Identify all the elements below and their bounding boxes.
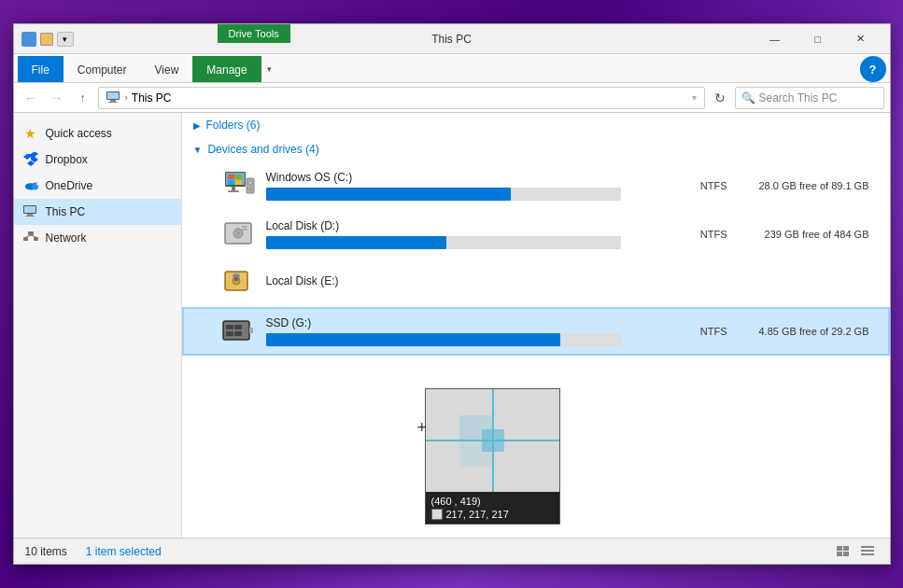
main-panel: ▶ Folders (6) ▼ Devices and drives (4) [182,113,890,538]
drive-info-g: SSD (G:) [266,316,660,346]
devices-chevron: ▼ [193,145,203,155]
file-explorer-window: ▾ Drive Tools This PC — □ ✕ File Compute… [13,23,891,565]
refresh-button[interactable]: ↻ [709,87,731,109]
svg-rect-4 [107,92,119,99]
tab-file[interactable]: File [18,56,63,82]
svg-rect-41 [224,322,248,339]
quick-access-icon: ★ [23,126,38,141]
rgb-swatch [431,509,443,520]
ribbon-dropdown-arrow[interactable]: ▾ [261,56,278,82]
svg-rect-21 [235,175,242,179]
window-title: This PC [431,33,472,46]
svg-rect-22 [228,180,234,185]
drive-item-c[interactable]: Windows OS (C:) NTFS 28.0 GB free of 89.… [182,161,890,210]
svg-rect-50 [843,552,849,556]
svg-rect-10 [24,206,35,213]
network-icon [23,231,38,245]
save-icon [40,33,53,46]
drive-icon-c [221,169,255,203]
svg-rect-26 [247,178,254,193]
ribbon-tabs: File Computer View Manage ▾ ? [14,54,890,82]
search-placeholder: Search This PC [759,91,838,105]
close-button[interactable]: ✕ [840,24,882,54]
sidebar-label-onedrive: OneDrive [46,179,93,192]
drive-space-g: 4.85 GB free of 29.2 GB [739,326,869,337]
address-path-box[interactable]: › This PC ▾ [98,87,705,109]
selected-count: 1 item selected [86,545,162,558]
forward-button[interactable]: → [46,87,68,109]
view-detail-button[interactable] [856,542,879,561]
maximize-button[interactable]: □ [797,24,840,54]
svg-rect-51 [861,546,874,548]
sidebar-item-quick-access[interactable]: ★ Quick access [14,120,181,147]
svg-rect-28 [247,189,253,189]
drive-bar-c [266,188,621,201]
preview-info: (460 , 419) 217, 217, 217 [426,492,559,524]
sidebar-label-network: Network [46,231,87,245]
sidebar-item-onedrive[interactable]: OneDrive [14,173,181,199]
back-button[interactable]: ← [20,87,42,109]
svg-rect-47 [837,546,842,551]
drive-bar-fill-c [266,188,511,201]
path-pc-icon [106,91,121,105]
svg-rect-24 [232,187,235,190]
tab-view[interactable]: View [141,56,193,82]
sidebar-label-quick-access: Quick access [46,127,112,140]
search-icon: 🔍 [741,91,755,105]
view-list-button[interactable] [832,542,854,561]
tab-computer[interactable]: Computer [63,56,141,82]
svg-rect-46 [249,328,253,333]
svg-rect-34 [242,229,247,231]
path-dropdown-arrow[interactable]: ▾ [692,92,697,103]
drive-name-g: SSD (G:) [266,316,660,329]
preview-canvas [426,389,560,492]
window-controls: — □ ✕ [754,24,882,54]
drive-bar-g [266,333,621,346]
tab-manage[interactable]: Manage [192,56,261,82]
drive-item-d[interactable]: Local Disk (D:) NTFS 239 GB free of 484 … [182,210,890,259]
minimize-button[interactable]: — [754,24,797,54]
svg-line-17 [31,235,36,237]
svg-rect-2 [24,45,34,46]
drive-name-c: Windows OS (C:) [266,171,660,184]
svg-rect-25 [228,190,239,192]
quick-access-dropdown[interactable]: ▾ [57,32,74,47]
sidebar-label-this-pc: This PC [46,205,86,218]
svg-point-8 [31,184,37,189]
drive-bar-fill-g [266,333,560,346]
search-box[interactable]: 🔍 Search This PC [735,87,884,109]
this-pc-icon [23,204,38,219]
view-buttons [832,542,879,561]
drive-icon-e [221,266,255,300]
svg-rect-20 [228,175,234,179]
folders-section-header[interactable]: ▶ Folders (6) [182,113,890,137]
svg-rect-42 [226,325,233,329]
path-chevron: › [125,92,128,103]
svg-rect-43 [234,325,242,329]
drive-space-d: 239 GB free of 484 GB [739,229,869,240]
drive-item-g[interactable]: SSD (G:) NTFS 4.85 GB free of 29.2 GB [182,307,890,356]
ribbon: File Computer View Manage ▾ ? [14,54,890,83]
drive-fs-g: NTFS [671,326,727,337]
drive-tools-tab[interactable]: Drive Tools [218,24,290,43]
drive-name-e: Local Disk (E:) [266,274,660,287]
devices-section-header[interactable]: ▼ Devices and drives (4) [182,137,890,161]
sidebar-item-this-pc[interactable]: This PC [14,199,181,225]
svg-rect-13 [28,231,34,235]
svg-rect-11 [27,214,33,216]
svg-rect-0 [22,34,35,43]
title-bar: ▾ Drive Tools This PC — □ ✕ [14,24,890,54]
quad-bl [459,441,493,467]
svg-rect-14 [23,237,28,241]
up-button[interactable]: ↑ [72,87,94,109]
svg-rect-44 [226,331,233,336]
drive-info-d: Local Disk (D:) [266,219,660,249]
path-label: This PC [132,91,172,105]
svg-line-16 [25,235,31,237]
sidebar-item-dropbox[interactable]: Dropbox [14,147,181,173]
svg-rect-23 [235,180,242,185]
svg-rect-15 [34,237,38,241]
sidebar-item-network[interactable]: Network [14,225,181,251]
drive-item-e[interactable]: Local Disk (E:) [182,259,890,307]
help-button[interactable]: ? [860,56,886,82]
